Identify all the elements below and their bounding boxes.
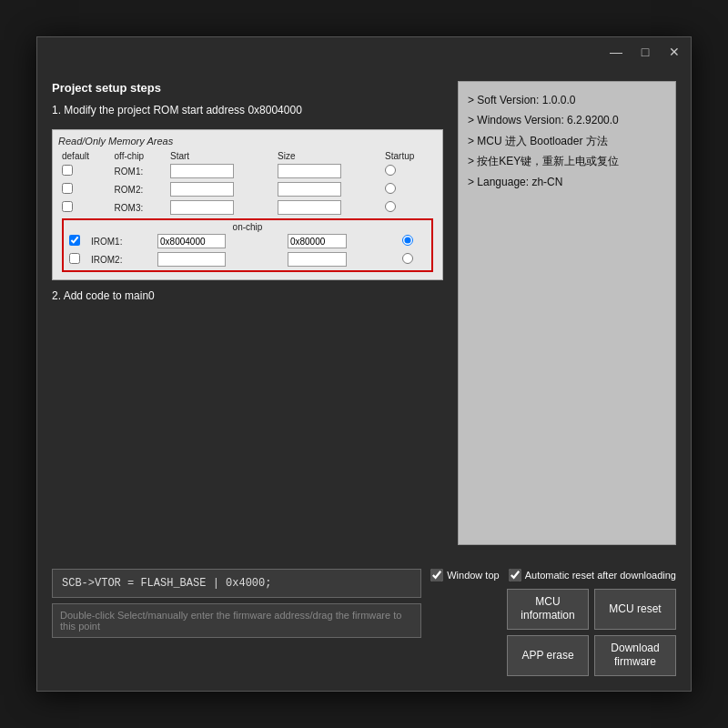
mcu-information-button[interactable]: MCU information — [507, 589, 589, 630]
col-header-start: Start — [167, 150, 274, 162]
col-header-default: default — [58, 150, 111, 162]
irom1-startup[interactable] — [402, 235, 413, 246]
firmware-path-input[interactable]: Double-click Select/manually enter the f… — [52, 603, 421, 638]
irom2-checkbox[interactable] — [69, 253, 80, 264]
window-top-checkbox[interactable] — [430, 569, 443, 581]
download-firmware-button[interactable]: Download firmware — [594, 635, 676, 676]
rom2-start[interactable] — [170, 182, 234, 197]
col-header-size: Size — [274, 150, 381, 162]
rom2-startup[interactable] — [385, 183, 396, 194]
window-top-text: Window top — [447, 570, 499, 581]
on-chip-table: IROM1: IROM2: — [66, 232, 430, 268]
rom1-checkbox[interactable] — [62, 165, 73, 176]
irom2-size[interactable] — [288, 252, 347, 267]
irom1-checkbox[interactable] — [69, 235, 80, 246]
auto-reset-text: Automatic reset after downloading — [525, 570, 676, 581]
main-content-area: Project setup steps 1. Modify the projec… — [37, 66, 691, 560]
irom1-size[interactable] — [288, 234, 347, 248]
info-line-3: > MCU 进入 Bootloader 方法 — [468, 132, 666, 150]
rom3-size[interactable] — [278, 200, 341, 215]
rom1-size[interactable] — [278, 164, 341, 178]
info-line-4: > 按住KEY键，重新上电或复位 — [468, 152, 666, 170]
app-erase-button[interactable]: APP erase — [507, 635, 589, 676]
rom1-startup[interactable] — [385, 165, 396, 176]
step1-label: 1. Modify the project ROM start address … — [52, 104, 443, 116]
irom1-start[interactable] — [157, 234, 226, 248]
close-button[interactable]: ✕ — [665, 43, 683, 61]
table-row: IROM2: — [66, 250, 430, 268]
right-panel: > Soft Version: 1.0.0.0 > Windows Versio… — [458, 81, 676, 545]
rom2-label: ROM2: — [111, 180, 167, 198]
window-top-label[interactable]: Window top — [430, 569, 499, 581]
bottom-row-controls: SCB->VTOR = FLASH_BASE | 0x4000; Double-… — [52, 569, 676, 676]
main-window: — □ ✕ Project setup steps 1. Modify the … — [36, 36, 692, 692]
rom3-checkbox[interactable] — [62, 201, 73, 212]
rom-table-container: Read/Only Memory Areas default off-chip … — [52, 129, 443, 280]
rom1-start[interactable] — [170, 164, 234, 178]
info-box: > Soft Version: 1.0.0.0 > Windows Versio… — [458, 81, 676, 545]
title-bar-controls: — □ ✕ — [607, 43, 683, 61]
mcu-reset-button[interactable]: MCU reset — [594, 589, 676, 630]
minimize-button[interactable]: — — [607, 43, 625, 61]
right-controls: Window top Automatic reset after downloa… — [430, 569, 676, 676]
buttons-grid: MCU information MCU reset APP erase Down… — [507, 589, 676, 676]
irom2-startup[interactable] — [402, 253, 413, 264]
checkboxes-row: Window top Automatic reset after downloa… — [430, 569, 676, 581]
step2-label: 2. Add code to main0 — [52, 289, 443, 302]
irom2-start[interactable] — [157, 252, 226, 267]
firmware-placeholder-text: Double-click Select/manually enter the f… — [60, 610, 401, 632]
irom1-label: IROM1: — [87, 232, 154, 250]
table-row: ROM3: — [58, 198, 437, 217]
maximize-button[interactable]: □ — [636, 43, 654, 61]
info-line-2: > Windows Version: 6.2.9200.0 — [468, 111, 666, 129]
auto-reset-label[interactable]: Automatic reset after downloading — [509, 569, 676, 581]
info-line-1: > Soft Version: 1.0.0.0 — [468, 91, 666, 109]
table-row: on-chip IROM1: — [58, 217, 437, 274]
rom2-size[interactable] — [278, 182, 341, 197]
left-panel: Project setup steps 1. Modify the projec… — [52, 81, 443, 545]
on-chip-section: on-chip IROM1: — [62, 218, 433, 272]
rom1-label: ROM1: — [111, 162, 167, 180]
irom2-label: IROM2: — [87, 250, 154, 268]
rom-table-title: Read/Only Memory Areas — [58, 136, 437, 147]
table-row: IROM1: — [66, 232, 430, 250]
rom3-start[interactable] — [170, 200, 234, 215]
table-row: ROM1: — [58, 162, 437, 180]
project-setup-title: Project setup steps — [52, 81, 443, 95]
rom3-startup[interactable] — [385, 201, 396, 212]
rom2-checkbox[interactable] — [62, 183, 73, 194]
col-header-startup: Startup — [381, 150, 437, 162]
left-bottom: SCB->VTOR = FLASH_BASE | 0x4000; Double-… — [52, 569, 421, 638]
title-bar: — □ ✕ — [37, 37, 691, 66]
table-row: ROM2: — [58, 180, 437, 198]
col-header-offchip: off-chip — [111, 150, 167, 162]
bottom-area: SCB->VTOR = FLASH_BASE | 0x4000; Double-… — [37, 560, 691, 691]
auto-reset-checkbox[interactable] — [509, 569, 521, 581]
info-line-5: > Language: zh-CN — [468, 173, 666, 191]
rom-table: default off-chip Start Size Startup ROM1… — [58, 150, 437, 274]
code-snippet: SCB->VTOR = FLASH_BASE | 0x4000; — [62, 577, 271, 590]
rom3-label: ROM3: — [111, 198, 167, 217]
code-box: SCB->VTOR = FLASH_BASE | 0x4000; — [52, 569, 421, 598]
on-chip-label: on-chip — [66, 222, 430, 232]
